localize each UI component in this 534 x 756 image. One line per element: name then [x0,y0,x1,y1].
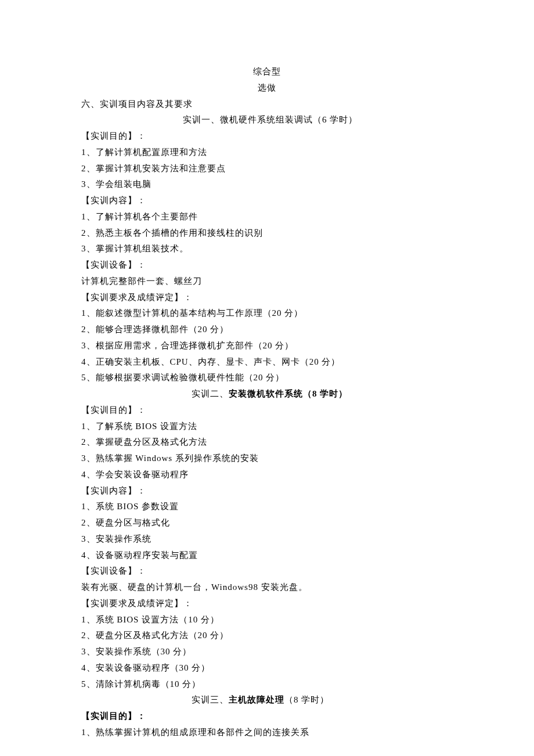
list-item: 4、正确安装主机板、CPU、内存、显卡、声卡、网卡（20 分） [81,354,453,370]
training-2-group-0-label: 【实训目的】： [81,402,453,419]
training-3-heading-prefix: 实训三、 [192,695,229,704]
list-item: 4、学会安装设备驱动程序 [81,467,453,483]
list-item: 1、了解计算机配置原理和方法 [81,145,453,161]
training-3-heading: 实训三、主机故障处理（8 学时） [81,692,453,708]
list-item: 2、熟悉主板各个插槽的作用和接线柱的识别 [81,225,453,242]
list-item: 1、了解系统 BIOS 设置方法 [81,419,453,435]
list-item: 2、硬盘分区及格式化方法（20 分） [81,628,453,644]
list-item: 装有光驱、硬盘的计算机一台，Windows98 安装光盘。 [81,579,453,596]
header-line-1: 综合型 [81,64,453,80]
training-1-group-1-label: 【实训内容】： [81,193,453,209]
header-line-2: 选做 [81,80,453,96]
training-2-group-2-label: 【实训设备】： [81,563,453,579]
list-item: 计算机完整部件一套、螺丝刀 [81,273,453,290]
list-item: 2、掌握硬盘分区及格式化方法 [81,434,453,451]
training-2-heading-prefix: 实训二、 [192,389,229,398]
list-item: 3、安装操作系统（30 分） [81,644,453,660]
training-1-group-2-label: 【实训设备】： [81,257,453,273]
list-item: 1、熟练掌握计算机的组成原理和各部件之间的连接关系 [81,725,453,741]
training-1-heading: 实训一、微机硬件系统组装调试（6 学时） [81,112,453,128]
training-1-group-3-label: 【实训要求及成绩评定】： [81,290,453,306]
list-item: 1、系统 BIOS 设置方法（10 分） [81,612,453,628]
training-2-group-1-label: 【实训内容】： [81,483,453,499]
training-2-heading: 实训二、安装微机软件系统（8 学时） [81,386,453,402]
list-item: 3、根据应用需求，合理选择微机扩充部件（20 分） [81,338,453,354]
list-item: 2、掌握计算机安装方法和注意要点 [81,161,453,177]
list-item: 4、安装设备驱动程序（30 分） [81,660,453,676]
list-item: 1、系统 BIOS 参数设置 [81,499,453,515]
list-item: 1、能叙述微型计算机的基本结构与工作原理（20 分） [81,305,453,322]
list-item: 3、熟练掌握 Windows 系列操作系统的安装 [81,451,453,467]
training-2-heading-bold: 安装微机软件系统（8 学时） [229,389,348,398]
training-3-heading-bold: 主机故障处理 [229,695,284,704]
list-item: 5、能够根据要求调试检验微机硬件性能（20 分） [81,370,453,386]
training-3-group-0-label: 【实训目的】： [81,708,453,725]
list-item: 5、清除计算机病毒（10 分） [81,676,453,693]
training-1-group-0-label: 【实训目的】： [81,128,453,145]
training-3-heading-suffix: （8 学时） [284,695,329,704]
training-2-group-3-label: 【实训要求及成绩评定】： [81,596,453,612]
list-item: 2、能够合理选择微机部件（20 分） [81,322,453,338]
list-item: 1、了解计算机各个主要部件 [81,209,453,225]
list-item: 3、安装操作系统 [81,531,453,548]
section-title: 六、实训项目内容及其要求 [81,96,453,113]
list-item: 2、硬盘分区与格式化 [81,515,453,531]
list-item: 3、掌握计算机组装技术。 [81,241,453,257]
list-item: 3、学会组装电脑 [81,177,453,193]
list-item: 4、设备驱动程序安装与配置 [81,548,453,564]
training-1-heading-prefix: 实训一、微机硬件系统组装调试（6 学时） [183,115,358,124]
